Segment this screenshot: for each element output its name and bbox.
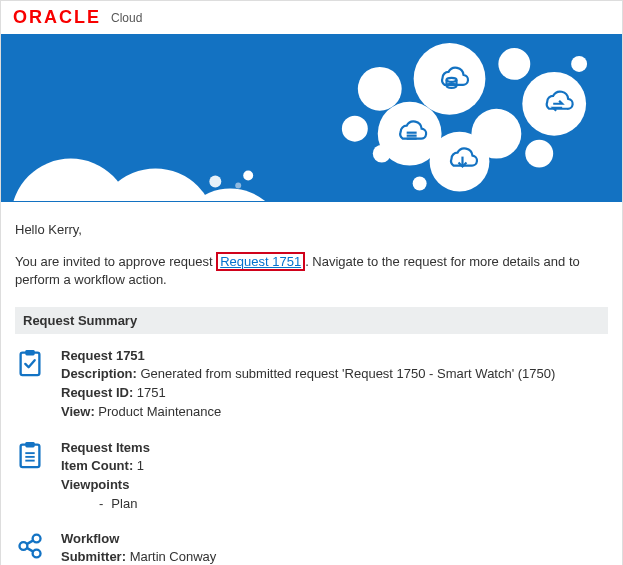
svg-point-15	[430, 132, 490, 192]
request-link[interactable]: Request 1751	[216, 252, 305, 271]
email-page: ORACLE Cloud	[0, 0, 623, 565]
svg-point-34	[33, 534, 41, 542]
intro-pre: You are invited to approve request	[15, 254, 216, 269]
viewpoints-list: Plan	[61, 495, 608, 513]
viewpoints-label: Viewpoints	[61, 477, 129, 492]
svg-point-5	[243, 171, 253, 181]
workflow-nodes-icon	[15, 531, 49, 565]
svg-point-33	[20, 542, 28, 550]
workflow-title: Workflow	[61, 531, 608, 546]
svg-point-7	[342, 116, 368, 142]
item-count-value: 1	[137, 458, 144, 473]
summary-block: Request 1751 Description: Generated from…	[15, 348, 608, 422]
items-title: Request Items	[61, 440, 608, 455]
greeting-text: Hello Kerry,	[15, 222, 608, 237]
submitter-value: Martin Conway	[130, 549, 217, 564]
hero-banner	[1, 34, 622, 202]
items-block: Request Items Item Count: 1 Viewpoints P…	[15, 440, 608, 513]
section-title-request-summary: Request Summary	[15, 307, 608, 334]
request-id-value: 1751	[137, 385, 166, 400]
brand-product: Cloud	[111, 11, 142, 25]
clipboard-check-icon	[15, 348, 49, 422]
email-body: Hello Kerry, You are invited to approve …	[1, 202, 622, 565]
item-count-label: Item Count:	[61, 458, 133, 473]
intro-line: You are invited to approve request Reque…	[15, 253, 608, 289]
svg-rect-27	[25, 350, 34, 356]
svg-point-3	[209, 176, 221, 188]
summary-title: Request 1751	[61, 348, 608, 363]
oracle-logo: ORACLE	[13, 7, 101, 28]
svg-line-36	[27, 540, 34, 544]
hero-cloud-art	[1, 34, 622, 201]
request-id-label: Request ID:	[61, 385, 133, 400]
list-item: Plan	[99, 495, 608, 513]
submitter-label: Submitter:	[61, 549, 126, 564]
svg-point-17	[413, 177, 427, 191]
view-label: View:	[61, 404, 95, 419]
svg-point-16	[571, 56, 587, 72]
brand-bar: ORACLE Cloud	[1, 1, 622, 34]
svg-point-12	[525, 140, 553, 168]
clipboard-list-icon	[15, 440, 49, 513]
description-label: Description:	[61, 366, 137, 381]
workflow-block: Workflow Submitter: Martin Conway Submit…	[15, 531, 608, 565]
view-value: Product Maintenance	[98, 404, 221, 419]
svg-point-14	[498, 48, 530, 80]
svg-point-35	[33, 549, 41, 557]
svg-point-6	[358, 67, 402, 111]
svg-line-37	[27, 548, 34, 552]
svg-point-4	[235, 183, 241, 189]
svg-rect-29	[25, 442, 34, 448]
description-value: Generated from submitted request 'Reques…	[140, 366, 555, 381]
